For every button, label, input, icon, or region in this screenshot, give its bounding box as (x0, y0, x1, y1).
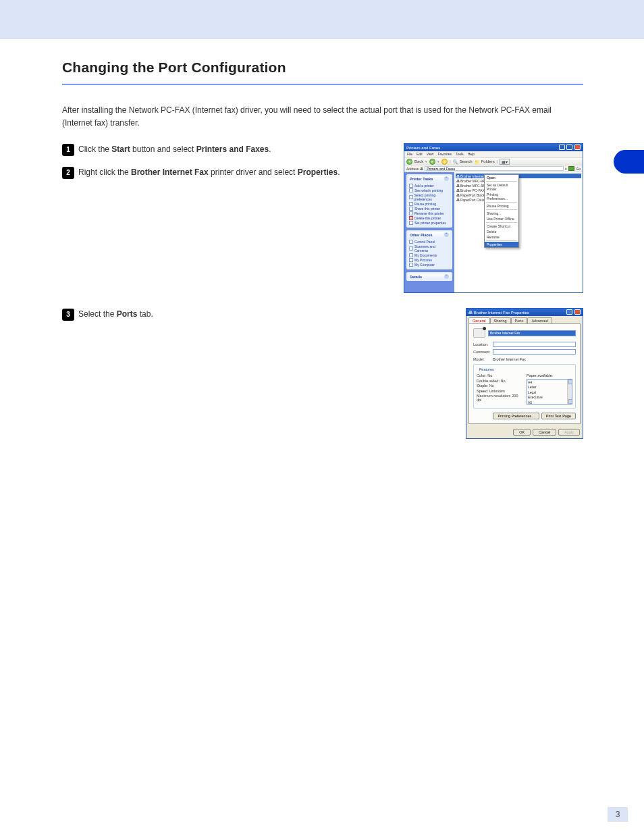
printer-tasks-panel: Printer Tasks˄ Add a printer See what's … (406, 174, 452, 228)
ok-button[interactable]: OK (513, 429, 531, 436)
feat-maxres: Maximum resolution: 200 dpi (477, 394, 522, 402)
other-places-panel: Other Places˄ Control Panel Scanners and… (406, 230, 452, 269)
folders-icon[interactable]: 📁 (475, 159, 479, 164)
place-control-panel[interactable]: Control Panel (409, 239, 450, 244)
comment-input[interactable] (493, 349, 576, 355)
location-input[interactable] (493, 342, 576, 347)
t: Select the (78, 309, 117, 319)
place-scanners[interactable]: Scanners and Cameras (409, 244, 450, 253)
print-test-page-button[interactable]: Print Test Page (541, 413, 576, 419)
tab-sharing[interactable]: Sharing (490, 317, 511, 323)
up-icon[interactable]: ▲ (441, 159, 448, 165)
task-rename[interactable]: Rename this printer (409, 211, 450, 215)
printing-preferences-button[interactable]: Printing Preferences... (493, 413, 539, 419)
place-pictures[interactable]: My Pictures (409, 257, 450, 262)
tab-advanced[interactable]: Advanced (527, 317, 552, 323)
scanner-icon (409, 246, 413, 251)
win1-titlebar: Printers and Faxes (404, 144, 583, 151)
t: Right click the (78, 167, 131, 177)
task-delete[interactable]: xDelete this printer (409, 215, 450, 220)
apply-button[interactable]: Apply (558, 429, 580, 436)
ctx-sharing[interactable]: Sharing... (485, 211, 518, 216)
help-icon[interactable] (566, 309, 572, 315)
menu-tools[interactable]: Tools (456, 152, 464, 157)
tab-ports[interactable]: Ports (511, 317, 528, 323)
folders-label: Folders (481, 159, 495, 163)
t: Ports (117, 309, 138, 319)
panel-heading: Other Places (410, 233, 433, 237)
task-preferences[interactable]: Select printing preferences (409, 192, 450, 201)
task-add-printer[interactable]: Add a printer (409, 183, 450, 188)
task-see-printing[interactable]: See what's printing (409, 188, 450, 192)
t: Click the (78, 145, 111, 154)
go-button[interactable] (568, 166, 574, 171)
ctx-shortcut[interactable]: Create Shortcut (485, 224, 518, 229)
place-computer[interactable]: My Computer (409, 262, 450, 267)
views-icon[interactable]: ▦▾ (500, 159, 510, 165)
page-title: Changing the Port Configuration (62, 59, 583, 76)
ctx-open[interactable]: Open (485, 175, 518, 180)
ctx-default[interactable]: Set as Default Printer (485, 182, 518, 192)
win1-title: Printers and Faxes (406, 146, 440, 150)
details-panel: Details˅ (406, 272, 452, 281)
paper-item: Executive (528, 395, 571, 399)
close-icon[interactable] (574, 145, 581, 150)
rename-icon (409, 211, 413, 215)
cancel-button[interactable]: Cancel (533, 429, 556, 436)
model-label: Model: (473, 357, 491, 361)
menu-favorites[interactable]: Favorites (437, 152, 452, 157)
forward-icon[interactable]: ► (429, 159, 435, 165)
t: Properties (298, 167, 338, 177)
ctx-properties[interactable]: Properties (485, 242, 518, 247)
back-icon[interactable]: ◄ (406, 159, 412, 165)
t: Start (111, 145, 130, 154)
chevron-up-icon[interactable]: ˄ (444, 232, 449, 237)
pictures-icon (409, 258, 413, 262)
win1-addressbar: Address 🖶 ▾ Go (404, 165, 583, 172)
paper-item: A4 (528, 380, 571, 384)
task-properties[interactable]: Set printer properties (409, 220, 450, 225)
printer-icon: 🖶 (468, 311, 474, 315)
minimize-icon[interactable] (559, 145, 565, 150)
menu-edit[interactable]: Edit (417, 152, 423, 157)
printers-faxes-window: Printers and Faxes File Edit View Favori… (404, 143, 583, 293)
features-left: Color: No Double-sided: No Staple: No Sp… (477, 373, 522, 405)
place-documents[interactable]: My Documents (409, 253, 450, 257)
task-share[interactable]: Share this printer (409, 206, 450, 211)
features-group: Features Color: No Double-sided: No Stap… (473, 364, 576, 409)
doc-icon (409, 188, 413, 192)
menu-file[interactable]: File (407, 152, 412, 157)
search-icon[interactable]: 🔍 (453, 159, 458, 164)
properties-dialog: 🖶 Brother Internet Fax Properties Genera… (466, 308, 583, 439)
gear-icon (409, 195, 413, 199)
printer-name-input[interactable] (488, 330, 576, 336)
printer-large-icon (473, 328, 485, 338)
address-input[interactable] (425, 166, 564, 171)
scrollbar[interactable] (567, 380, 572, 404)
task-pause[interactable]: Pause printing (409, 201, 450, 206)
chevron-down-icon[interactable]: ˅ (444, 274, 449, 279)
ctx-rename[interactable]: Rename (485, 234, 518, 240)
properties-icon (409, 221, 413, 225)
menu-view[interactable]: View (427, 152, 434, 157)
paper-list[interactable]: A4 Letter Legal Executive A5 A6 (527, 379, 572, 405)
maximize-icon[interactable] (566, 145, 572, 150)
ctx-prefs[interactable]: Printing Preferences... (485, 192, 518, 201)
close-icon[interactable] (574, 309, 581, 315)
menu-help[interactable]: Help (468, 152, 475, 157)
feat-speed: Speed: Unknown (477, 389, 522, 393)
tab-general[interactable]: General (468, 317, 490, 323)
ctx-delete[interactable]: Delete (485, 229, 518, 234)
ctx-offline[interactable]: Use Printer Offline (485, 216, 518, 221)
chevron-up-icon[interactable]: ˄ (444, 176, 449, 181)
printer-icon (409, 184, 413, 188)
printer-icon: 🖶 (456, 184, 460, 188)
context-menu: Open Set as Default Printer Printing Pre… (484, 174, 519, 248)
control-panel-icon (409, 240, 413, 244)
t: button and select (130, 145, 196, 154)
comment-label: Comment: (473, 350, 491, 354)
feat-color: Color: No (477, 373, 522, 377)
printers-folder-icon: 🖶 (420, 167, 423, 171)
ctx-pause[interactable]: Pause Printing (485, 203, 518, 209)
paper-item: A5 (528, 400, 571, 405)
